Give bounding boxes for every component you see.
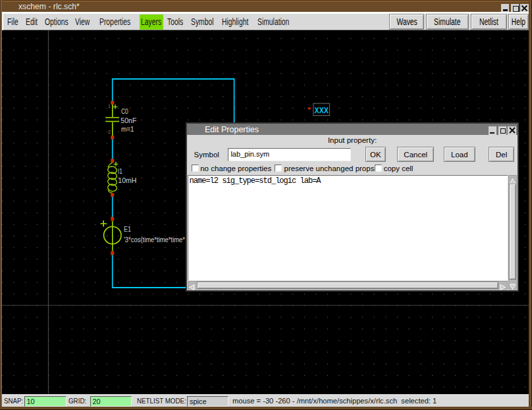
svg-text:m=1: m=1	[121, 125, 134, 133]
svg-text:'3*cos(time*time*time*: '3*cos(time*time*time*	[124, 236, 186, 243]
svg-text:1: 1	[108, 104, 111, 109]
svg-text:E1: E1	[124, 226, 132, 233]
svg-text:XXX: XXX	[315, 106, 329, 115]
svg-text:2: 2	[108, 130, 111, 134]
svg-text:10mH: 10mH	[118, 176, 136, 184]
svg-text:50nF: 50nF	[120, 116, 136, 124]
svg-text:C0: C0	[121, 108, 128, 115]
svg-text:l1: l1	[118, 168, 122, 175]
